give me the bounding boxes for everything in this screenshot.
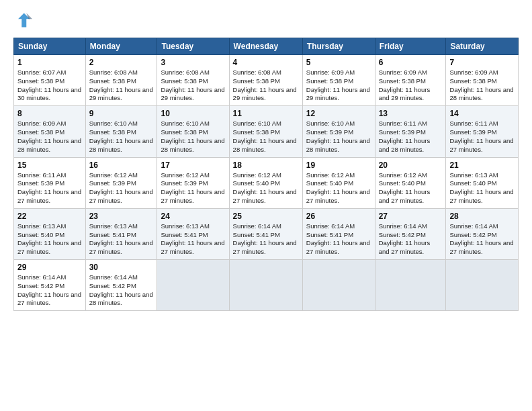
calendar-cell — [229, 260, 302, 311]
col-header-friday: Friday — [375, 38, 446, 55]
calendar-cell: 6Sunrise: 6:09 AMSunset: 5:38 PMDaylight… — [375, 55, 446, 106]
day-number: 15 — [17, 161, 82, 170]
col-header-tuesday: Tuesday — [157, 38, 229, 55]
calendar-cell: 25Sunrise: 6:14 AMSunset: 5:41 PMDayligh… — [229, 208, 302, 259]
day-number: 8 — [17, 109, 82, 118]
day-info: Sunrise: 6:13 AMSunset: 5:41 PMDaylight:… — [161, 222, 225, 257]
day-info: Sunrise: 6:14 AMSunset: 5:42 PMDaylight:… — [449, 222, 515, 257]
calendar-cell: 29Sunrise: 6:14 AMSunset: 5:42 PMDayligh… — [14, 260, 86, 311]
day-info: Sunrise: 6:09 AMSunset: 5:38 PMDaylight:… — [17, 120, 82, 154]
day-number: 5 — [306, 58, 371, 67]
col-header-monday: Monday — [85, 38, 157, 55]
day-info: Sunrise: 6:14 AMSunset: 5:42 PMDaylight:… — [17, 273, 82, 308]
day-info: Sunrise: 6:13 AMSunset: 5:40 PMDaylight:… — [17, 222, 82, 257]
day-info: Sunrise: 6:12 AMSunset: 5:40 PMDaylight:… — [379, 171, 443, 205]
day-number: 16 — [89, 161, 154, 170]
calendar-cell: 16Sunrise: 6:12 AMSunset: 5:39 PMDayligh… — [85, 157, 157, 208]
day-info: Sunrise: 6:09 AMSunset: 5:38 PMDaylight:… — [379, 68, 443, 103]
day-info: Sunrise: 6:12 AMSunset: 5:40 PMDaylight:… — [233, 171, 299, 205]
calendar-cell: 14Sunrise: 6:11 AMSunset: 5:39 PMDayligh… — [446, 106, 519, 157]
calendar-cell: 28Sunrise: 6:14 AMSunset: 5:42 PMDayligh… — [446, 208, 519, 259]
calendar-cell: 5Sunrise: 6:09 AMSunset: 5:38 PMDaylight… — [302, 55, 375, 106]
day-number: 13 — [379, 109, 443, 118]
day-info: Sunrise: 6:14 AMSunset: 5:42 PMDaylight:… — [89, 273, 154, 308]
calendar-cell: 17Sunrise: 6:12 AMSunset: 5:39 PMDayligh… — [157, 157, 229, 208]
calendar-cell: 24Sunrise: 6:13 AMSunset: 5:41 PMDayligh… — [157, 208, 229, 259]
calendar-cell: 11Sunrise: 6:10 AMSunset: 5:38 PMDayligh… — [229, 106, 302, 157]
calendar-cell: 13Sunrise: 6:11 AMSunset: 5:39 PMDayligh… — [375, 106, 446, 157]
day-info: Sunrise: 6:13 AMSunset: 5:41 PMDaylight:… — [89, 222, 154, 257]
calendar-cell: 18Sunrise: 6:12 AMSunset: 5:40 PMDayligh… — [229, 157, 302, 208]
day-number: 10 — [161, 109, 225, 118]
day-info: Sunrise: 6:14 AMSunset: 5:42 PMDaylight:… — [379, 222, 443, 257]
day-info: Sunrise: 6:10 AMSunset: 5:39 PMDaylight:… — [306, 120, 371, 154]
day-number: 9 — [89, 109, 154, 118]
day-number: 19 — [306, 161, 371, 170]
calendar-cell: 22Sunrise: 6:13 AMSunset: 5:40 PMDayligh… — [14, 208, 86, 259]
day-number: 7 — [449, 58, 515, 67]
day-info: Sunrise: 6:09 AMSunset: 5:38 PMDaylight:… — [306, 68, 371, 103]
calendar-cell: 30Sunrise: 6:14 AMSunset: 5:42 PMDayligh… — [85, 260, 157, 311]
day-number: 18 — [233, 161, 299, 170]
day-number: 30 — [89, 263, 154, 272]
calendar-table: SundayMondayTuesdayWednesdayThursdayFrid… — [13, 38, 519, 311]
logo-icon — [13, 11, 32, 30]
calendar-cell: 15Sunrise: 6:11 AMSunset: 5:39 PMDayligh… — [14, 157, 86, 208]
calendar-cell: 23Sunrise: 6:13 AMSunset: 5:41 PMDayligh… — [85, 208, 157, 259]
calendar-week-2: 8Sunrise: 6:09 AMSunset: 5:38 PMDaylight… — [14, 106, 519, 157]
calendar-cell — [302, 260, 375, 311]
day-info: Sunrise: 6:08 AMSunset: 5:38 PMDaylight:… — [161, 68, 225, 103]
day-info: Sunrise: 6:09 AMSunset: 5:38 PMDaylight:… — [449, 68, 515, 103]
calendar-week-3: 15Sunrise: 6:11 AMSunset: 5:39 PMDayligh… — [14, 157, 519, 208]
day-number: 12 — [306, 109, 371, 118]
day-info: Sunrise: 6:11 AMSunset: 5:39 PMDaylight:… — [449, 120, 515, 154]
day-number: 27 — [379, 212, 443, 221]
day-number: 2 — [89, 58, 154, 67]
col-header-saturday: Saturday — [446, 38, 519, 55]
day-number: 21 — [449, 161, 515, 170]
day-info: Sunrise: 6:08 AMSunset: 5:38 PMDaylight:… — [89, 68, 154, 103]
calendar-cell: 20Sunrise: 6:12 AMSunset: 5:40 PMDayligh… — [375, 157, 446, 208]
calendar-week-1: 1Sunrise: 6:07 AMSunset: 5:38 PMDaylight… — [14, 55, 519, 106]
day-number: 14 — [449, 109, 515, 118]
day-info: Sunrise: 6:12 AMSunset: 5:39 PMDaylight:… — [89, 171, 154, 205]
day-number: 29 — [17, 263, 82, 272]
day-number: 22 — [17, 212, 82, 221]
day-number: 26 — [306, 212, 371, 221]
day-number: 4 — [233, 58, 299, 67]
calendar-cell: 4Sunrise: 6:08 AMSunset: 5:38 PMDaylight… — [229, 55, 302, 106]
calendar-cell: 9Sunrise: 6:10 AMSunset: 5:38 PMDaylight… — [85, 106, 157, 157]
day-info: Sunrise: 6:14 AMSunset: 5:41 PMDaylight:… — [306, 222, 371, 257]
calendar-cell: 26Sunrise: 6:14 AMSunset: 5:41 PMDayligh… — [302, 208, 375, 259]
day-info: Sunrise: 6:11 AMSunset: 5:39 PMDaylight:… — [17, 171, 82, 205]
calendar-cell: 19Sunrise: 6:12 AMSunset: 5:40 PMDayligh… — [302, 157, 375, 208]
calendar-cell: 3Sunrise: 6:08 AMSunset: 5:38 PMDaylight… — [157, 55, 229, 106]
day-number: 24 — [161, 212, 225, 221]
page: SundayMondayTuesdayWednesdayThursdayFrid… — [0, 0, 532, 411]
day-info: Sunrise: 6:08 AMSunset: 5:38 PMDaylight:… — [233, 68, 299, 103]
day-info: Sunrise: 6:14 AMSunset: 5:41 PMDaylight:… — [233, 222, 299, 257]
day-number: 11 — [233, 109, 299, 118]
day-number: 17 — [161, 161, 225, 170]
day-info: Sunrise: 6:13 AMSunset: 5:40 PMDaylight:… — [449, 171, 515, 205]
day-info: Sunrise: 6:07 AMSunset: 5:38 PMDaylight:… — [17, 68, 82, 103]
day-number: 1 — [17, 58, 82, 67]
calendar-cell: 7Sunrise: 6:09 AMSunset: 5:38 PMDaylight… — [446, 55, 519, 106]
day-number: 3 — [161, 58, 225, 67]
col-header-wednesday: Wednesday — [229, 38, 302, 55]
day-info: Sunrise: 6:10 AMSunset: 5:38 PMDaylight:… — [161, 120, 225, 154]
calendar-cell — [375, 260, 446, 311]
calendar-cell: 10Sunrise: 6:10 AMSunset: 5:38 PMDayligh… — [157, 106, 229, 157]
calendar-cell: 2Sunrise: 6:08 AMSunset: 5:38 PMDaylight… — [85, 55, 157, 106]
day-info: Sunrise: 6:11 AMSunset: 5:39 PMDaylight:… — [379, 120, 443, 154]
day-number: 6 — [379, 58, 443, 67]
day-info: Sunrise: 6:12 AMSunset: 5:40 PMDaylight:… — [306, 171, 371, 205]
day-info: Sunrise: 6:10 AMSunset: 5:38 PMDaylight:… — [233, 120, 299, 154]
header — [13, 11, 519, 30]
day-number: 28 — [449, 212, 515, 221]
calendar-cell: 8Sunrise: 6:09 AMSunset: 5:38 PMDaylight… — [14, 106, 86, 157]
calendar-cell: 1Sunrise: 6:07 AMSunset: 5:38 PMDaylight… — [14, 55, 86, 106]
col-header-sunday: Sunday — [14, 38, 86, 55]
logo — [13, 11, 36, 30]
day-number: 20 — [379, 161, 443, 170]
